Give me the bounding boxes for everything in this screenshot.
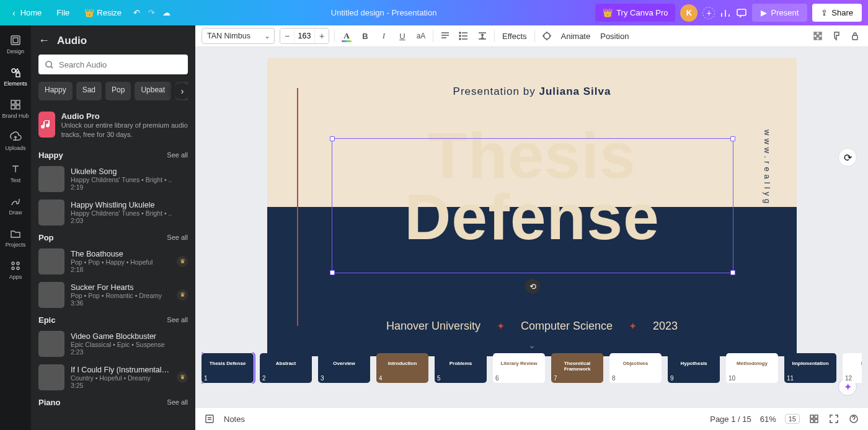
svg-point-3 xyxy=(12,69,16,72)
slide-thumb[interactable]: Hypothesis9 xyxy=(668,353,720,383)
file-menu[interactable]: File xyxy=(50,4,76,21)
audio-panel: ← Audio Happy Sad Pop Upbeat Jazz › Audi… xyxy=(31,25,195,430)
chip-next-button[interactable]: › xyxy=(174,83,188,99)
font-select[interactable]: TAN Nimbus xyxy=(202,28,275,44)
slide-thumb[interactable]: Abstract2 xyxy=(260,353,312,383)
document-title[interactable]: Untitled design - Presentation xyxy=(172,8,595,17)
underline-button[interactable]: U xyxy=(396,29,409,43)
audio-track[interactable]: Sucker For Hearts Pop • Pop • Romantic •… xyxy=(38,282,188,308)
rail-design[interactable]: Design xyxy=(0,28,31,60)
cloud-sync-icon[interactable]: ☁ xyxy=(160,7,172,19)
rail-apps[interactable]: Apps xyxy=(0,253,31,286)
slide-thumb[interactable]: Objectives8 xyxy=(609,353,662,383)
thumb-label: Objectives xyxy=(609,361,662,366)
slide[interactable]: Presentation by Juliana Silva www.really… xyxy=(267,58,797,356)
audio-track[interactable]: Video Game Blockbuster Epic Classical • … xyxy=(38,331,188,357)
font-size-increase[interactable]: + xyxy=(315,29,329,43)
see-all-link[interactable]: See all xyxy=(167,151,188,159)
see-all-link[interactable]: See all xyxy=(167,316,188,323)
rotate-handle[interactable]: ⟲ xyxy=(525,279,540,294)
effects-button[interactable]: Effects xyxy=(500,32,529,41)
resize-button[interactable]: 👑Resize xyxy=(78,4,128,21)
share-button[interactable]: ⇪Share xyxy=(812,4,862,22)
font-size-decrease[interactable]: − xyxy=(280,29,294,43)
comments-icon[interactable] xyxy=(736,7,747,19)
svg-rect-19 xyxy=(814,32,817,35)
slide-thumb[interactable]: Introduction4 xyxy=(376,353,428,383)
font-size-input[interactable] xyxy=(294,29,315,43)
duration-badge[interactable]: 15 xyxy=(785,414,800,424)
page-indicator[interactable]: Page 1 / 15 xyxy=(710,415,751,424)
chip-happy[interactable]: Happy xyxy=(38,82,73,100)
resize-handle[interactable] xyxy=(330,136,335,141)
thumb-label: Literary Review xyxy=(493,361,545,366)
audio-track[interactable]: Happy Whistling Ukulele Happy Childrens'… xyxy=(38,200,188,226)
byline[interactable]: Presentation by Juliana Silva xyxy=(267,86,797,98)
animate-button[interactable]: Animate xyxy=(559,32,593,41)
rail-uploads[interactable]: Uploads xyxy=(0,125,31,157)
undo-button[interactable]: ↶ xyxy=(130,7,143,19)
panel-back-button[interactable]: ← xyxy=(38,34,50,47)
grid-view-icon[interactable] xyxy=(808,413,820,424)
italic-button[interactable]: I xyxy=(377,29,391,43)
bold-button[interactable]: B xyxy=(358,29,372,43)
slide-footer[interactable]: Hanover University ✦ Computer Science ✦ … xyxy=(267,320,797,333)
try-pro-button[interactable]: 👑Try Canva Pro xyxy=(595,4,675,22)
regenerate-button[interactable]: ⟳ xyxy=(838,148,857,167)
resize-handle[interactable] xyxy=(330,270,335,275)
chip-sad[interactable]: Sad xyxy=(76,82,102,100)
resize-handle[interactable] xyxy=(730,136,735,141)
back-button[interactable]: ‹Home xyxy=(6,4,48,22)
audio-track[interactable]: Ukulele Song Happy Childrens' Tunes • Br… xyxy=(38,166,188,192)
copy-style-button[interactable] xyxy=(830,29,843,43)
audio-track[interactable]: The Boathouse Pop • Pop • Happy • Hopefu… xyxy=(38,248,188,274)
transparency-button[interactable] xyxy=(811,29,825,43)
selection-box[interactable]: ⟲ xyxy=(332,138,733,273)
list-button[interactable] xyxy=(457,29,471,43)
position-button[interactable]: Position xyxy=(598,32,631,41)
align-button[interactable] xyxy=(438,29,452,43)
notes-button[interactable]: Notes xyxy=(224,415,245,424)
svg-rect-6 xyxy=(16,100,20,104)
search-input[interactable] xyxy=(59,60,182,69)
resize-handle[interactable] xyxy=(730,270,735,275)
add-member-button[interactable]: + xyxy=(702,7,715,19)
analytics-icon[interactable] xyxy=(720,7,731,19)
collapse-thumbs-button[interactable]: ⌄ xyxy=(528,340,536,350)
spacing-button[interactable] xyxy=(476,29,489,43)
slide-thumb[interactable]: Literary Review6 xyxy=(493,353,545,383)
see-all-link[interactable]: See all xyxy=(167,398,188,406)
text-color-button[interactable]: A xyxy=(340,29,353,43)
audio-pro-promo[interactable]: Audio Pro Unlock our entire library of p… xyxy=(38,112,188,139)
chip-pop[interactable]: Pop xyxy=(105,82,131,100)
slide-thumb[interactable]: Result12 xyxy=(843,353,862,383)
lock-button[interactable] xyxy=(848,29,862,43)
slide-thumb[interactable]: Implementation11 xyxy=(784,353,836,383)
rail-projects[interactable]: Projects xyxy=(0,221,31,253)
footer-department: Computer Science xyxy=(521,320,613,333)
see-all-link[interactable]: See all xyxy=(167,234,188,241)
slide-thumb[interactable]: Problems5 xyxy=(435,353,487,383)
redo-button[interactable]: ↷ xyxy=(145,7,157,19)
fullscreen-icon[interactable] xyxy=(828,413,839,424)
avatar[interactable]: K xyxy=(680,4,698,22)
slide-thumb[interactable]: Overview3 xyxy=(318,353,370,383)
vertical-url[interactable]: www.reallygreatsite.com xyxy=(763,129,772,287)
rail-brand-hub[interactable]: Brand Hub xyxy=(0,92,31,125)
chip-upbeat[interactable]: Upbeat xyxy=(135,82,171,100)
zoom-level[interactable]: 61% xyxy=(760,415,776,424)
rail-draw[interactable]: Draw xyxy=(0,189,31,221)
text-case-button[interactable]: aA xyxy=(414,29,428,43)
track-tags: Happy Childrens' Tunes • Bright • .. xyxy=(71,176,188,183)
slide-thumb[interactable]: Thesis Defense1 xyxy=(202,353,254,383)
rail-text[interactable]: Text xyxy=(0,157,31,189)
rail-elements[interactable]: Elements xyxy=(0,60,31,92)
present-button[interactable]: ▶Present xyxy=(752,4,807,22)
home-label: Home xyxy=(20,8,42,17)
slide-thumb[interactable]: Methodology10 xyxy=(726,353,778,383)
track-duration: 2:19 xyxy=(71,183,188,191)
canvas-area[interactable]: Presentation by Juliana Silva www.really… xyxy=(195,47,868,407)
audio-track[interactable]: If I Could Fly (Instrumental Versio... C… xyxy=(38,364,188,390)
help-icon[interactable] xyxy=(848,413,859,424)
slide-thumb[interactable]: Theoretical Framework7 xyxy=(551,353,603,383)
